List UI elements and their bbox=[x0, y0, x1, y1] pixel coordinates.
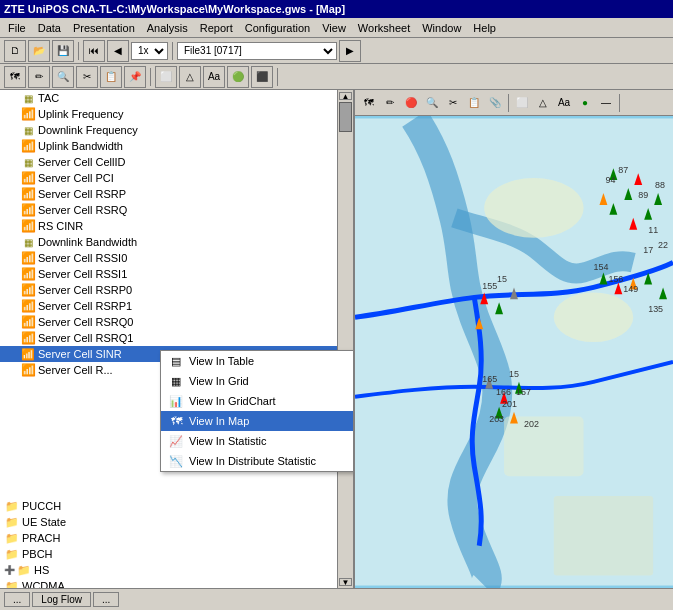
map-tool-1[interactable]: 🗺 bbox=[4, 66, 26, 88]
scroll-up-btn[interactable]: ▲ bbox=[339, 92, 352, 100]
map-btn-12[interactable]: — bbox=[596, 93, 616, 113]
file-nav[interactable]: ▶ bbox=[339, 40, 361, 62]
tree-item-cellid[interactable]: ▦ Server Cell CellID bbox=[0, 154, 353, 170]
svg-text:165: 165 bbox=[482, 374, 497, 384]
svg-text:87: 87 bbox=[618, 165, 628, 175]
menu-analysis[interactable]: Analysis bbox=[141, 20, 194, 36]
back-btn[interactable]: ⏮ bbox=[83, 40, 105, 62]
tree-item-downlink-freq[interactable]: ▦ Downlink Frequency bbox=[0, 122, 353, 138]
menu-window[interactable]: Window bbox=[416, 20, 467, 36]
cm-view-gridchart[interactable]: 📊 View In GridChart bbox=[161, 391, 353, 411]
grid-icon: ▦ bbox=[20, 234, 36, 250]
tree-item-rsrq[interactable]: 📶 Server Cell RSRQ bbox=[0, 202, 353, 218]
save-btn[interactable]: 💾 bbox=[52, 40, 74, 62]
cm-view-statistic[interactable]: 📈 View In Statistic bbox=[161, 431, 353, 451]
map-btn-10[interactable]: Aa bbox=[554, 93, 574, 113]
map-btn-8[interactable]: ⬜ bbox=[512, 93, 532, 113]
menu-worksheet[interactable]: Worksheet bbox=[352, 20, 416, 36]
menu-view[interactable]: View bbox=[316, 20, 352, 36]
cm-view-table[interactable]: ▤ View In Table bbox=[161, 351, 353, 371]
map-tool-10[interactable]: 🟢 bbox=[227, 66, 249, 88]
zoom-combo[interactable]: 1x bbox=[131, 42, 168, 60]
tree-label: Server Cell RSSI1 bbox=[38, 268, 127, 280]
map-btn-4[interactable]: 🔍 bbox=[422, 93, 442, 113]
tree-item-prach[interactable]: 📁 PRACH bbox=[0, 530, 353, 546]
map-tool-11[interactable]: ⬛ bbox=[251, 66, 273, 88]
grid-icon: ▦ bbox=[20, 154, 36, 170]
map-btn-11[interactable]: ● bbox=[575, 93, 595, 113]
map-tool-3[interactable]: 🔍 bbox=[52, 66, 74, 88]
main-content: ▦ TAC 📶 Uplink Frequency ▦ Downlink Freq… bbox=[0, 90, 673, 588]
map-tool-6[interactable]: 📌 bbox=[124, 66, 146, 88]
sep2 bbox=[619, 94, 620, 112]
right-panel: 🗺 ✏ 🔴 🔍 ✂ 📋 📎 ⬜ △ Aa ● — bbox=[355, 90, 673, 588]
map-btn-5[interactable]: ✂ bbox=[443, 93, 463, 113]
map-tool-7[interactable]: ⬜ bbox=[155, 66, 177, 88]
open-btn[interactable]: 📂 bbox=[28, 40, 50, 62]
folder-icon: 📁 bbox=[16, 562, 32, 578]
map-tool-8[interactable]: △ bbox=[179, 66, 201, 88]
menu-report[interactable]: Report bbox=[194, 20, 239, 36]
map-tool-9[interactable]: Aa bbox=[203, 66, 225, 88]
map-btn-3[interactable]: 🔴 bbox=[401, 93, 421, 113]
tree-item-pci[interactable]: 📶 Server Cell PCI bbox=[0, 170, 353, 186]
tree-label: Server Cell R... bbox=[38, 364, 113, 376]
tree-scroll[interactable]: ▦ TAC 📶 Uplink Frequency ▦ Downlink Freq… bbox=[0, 90, 353, 588]
map-tool-4[interactable]: ✂ bbox=[76, 66, 98, 88]
tree-item-hs[interactable]: ➕ 📁 HS bbox=[0, 562, 353, 578]
signal-icon: 📶 bbox=[20, 250, 36, 266]
tree-item-dl-bw[interactable]: ▦ Downlink Bandwidth bbox=[0, 234, 353, 250]
tree-item-ue-state[interactable]: 📁 UE State bbox=[0, 514, 353, 530]
folder-icon: 📁 bbox=[4, 514, 20, 530]
tree-item-rssi0[interactable]: 📶 Server Cell RSSI0 bbox=[0, 250, 353, 266]
map-btn-7[interactable]: 📎 bbox=[485, 93, 505, 113]
cm-view-map[interactable]: 🗺 View In Map bbox=[161, 411, 353, 431]
menu-configuration[interactable]: Configuration bbox=[239, 20, 316, 36]
svg-text:166: 166 bbox=[496, 387, 511, 397]
menu-help[interactable]: Help bbox=[467, 20, 502, 36]
tree-item-uplink-bw[interactable]: 📶 Uplink Bandwidth bbox=[0, 138, 353, 154]
tree-item-tac[interactable]: ▦ TAC bbox=[0, 90, 353, 106]
file-combo[interactable]: File31 [0717] bbox=[177, 42, 337, 60]
folder-icon: 📁 bbox=[4, 530, 20, 546]
tree-item-rsrq0[interactable]: 📶 Server Cell RSRQ0 bbox=[0, 314, 353, 330]
tree-item-wcdma[interactable]: 📁 WCDMA bbox=[0, 578, 353, 588]
tree-item-rsrp1[interactable]: 📶 Server Cell RSRP1 bbox=[0, 298, 353, 314]
map-btn-2[interactable]: ✏ bbox=[380, 93, 400, 113]
status-tab-3[interactable]: ... bbox=[93, 592, 119, 607]
tree-item-pucch[interactable]: 📁 PUCCH bbox=[0, 498, 353, 514]
svg-rect-3 bbox=[504, 417, 584, 477]
signal-icon: 📶 bbox=[20, 266, 36, 282]
tree-item-rsrp[interactable]: 📶 Server Cell RSRP bbox=[0, 186, 353, 202]
menu-presentation[interactable]: Presentation bbox=[67, 20, 141, 36]
map-btn-9[interactable]: △ bbox=[533, 93, 553, 113]
tree-item-uplink-freq[interactable]: 📶 Uplink Frequency bbox=[0, 106, 353, 122]
status-tab-log[interactable]: Log Flow bbox=[32, 592, 91, 607]
scroll-thumb[interactable] bbox=[339, 102, 352, 132]
signal-icon: 📶 bbox=[20, 362, 36, 378]
map-icon: 🗺 bbox=[169, 414, 183, 428]
tree-item-rsrp0[interactable]: 📶 Server Cell RSRP0 bbox=[0, 282, 353, 298]
map-btn-1[interactable]: 🗺 bbox=[359, 93, 379, 113]
tree-item-rssi1[interactable]: 📶 Server Cell RSSI1 bbox=[0, 266, 353, 282]
status-tab-1[interactable]: ... bbox=[4, 592, 30, 607]
cm-view-distribute[interactable]: 📉 View In Distribute Statistic bbox=[161, 451, 353, 471]
scroll-down-btn[interactable]: ▼ bbox=[339, 578, 352, 586]
signal-icon: 📶 bbox=[20, 186, 36, 202]
svg-rect-4 bbox=[554, 496, 653, 576]
prev-btn[interactable]: ◀ bbox=[107, 40, 129, 62]
signal-icon: 📶 bbox=[20, 330, 36, 346]
tree-item-pbch[interactable]: 📁 PBCH bbox=[0, 546, 353, 562]
menu-data[interactable]: Data bbox=[32, 20, 67, 36]
tree-item-cinr[interactable]: 📶 RS CINR bbox=[0, 218, 353, 234]
menu-file[interactable]: File bbox=[2, 20, 32, 36]
map-area[interactable]: 155 15 154 156 165 166 15 201 157 203 20… bbox=[355, 116, 673, 588]
cm-view-grid[interactable]: ▦ View In Grid bbox=[161, 371, 353, 391]
tree-item-rsrq1[interactable]: 📶 Server Cell RSRQ1 bbox=[0, 330, 353, 346]
scrollbar-track[interactable]: ▲ ▼ bbox=[337, 90, 353, 588]
svg-text:11: 11 bbox=[648, 225, 658, 235]
map-tool-5[interactable]: 📋 bbox=[100, 66, 122, 88]
map-tool-2[interactable]: ✏ bbox=[28, 66, 50, 88]
map-btn-6[interactable]: 📋 bbox=[464, 93, 484, 113]
new-btn[interactable]: 🗋 bbox=[4, 40, 26, 62]
